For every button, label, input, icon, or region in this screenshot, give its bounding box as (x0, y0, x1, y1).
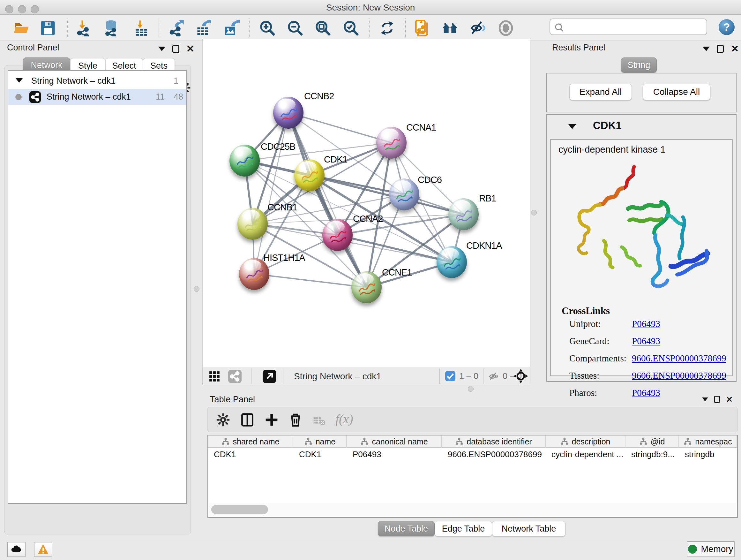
grid-view-icon[interactable] (208, 370, 220, 382)
column-header-shared-name[interactable]: shared name (208, 435, 293, 448)
network-node-cdkn1a[interactable] (436, 246, 467, 278)
network-node-ccna1[interactable] (376, 127, 407, 159)
table-cell[interactable]: CDK1 (298, 449, 345, 459)
search-icon (554, 22, 565, 33)
node-table[interactable]: shared namenamecanonical namedatabase id… (207, 435, 738, 518)
collection-expand-icon[interactable] (15, 78, 23, 83)
node-gloss (394, 180, 411, 192)
import-network-database-icon[interactable] (104, 20, 120, 37)
delete-column-icon[interactable] (288, 412, 303, 428)
network-node-ccna2[interactable] (322, 219, 353, 251)
show-graphics-details-icon[interactable] (497, 20, 514, 37)
network-icon (29, 91, 41, 103)
birds-eye-view-icon[interactable] (263, 370, 276, 383)
column-header--id[interactable]: @id (625, 435, 679, 448)
add-column-icon[interactable] (265, 413, 279, 427)
network-node-cdc6[interactable] (389, 179, 419, 210)
network-view-panel[interactable]: CCNB2 CCNA1 CDC25B CDK1 CDC6 RB1 CCNB1 C… (202, 39, 530, 385)
network-node-ccne1[interactable] (351, 271, 382, 303)
zoom-fit-icon[interactable] (315, 20, 331, 37)
warning-button[interactable] (34, 542, 52, 557)
results-panel-collapse-icon[interactable] (703, 47, 710, 51)
table-cell[interactable]: stringdb:9... (630, 449, 677, 459)
table-panel: Table Panel ✕ f(x) shared namenamecanoni… (207, 393, 738, 535)
results-panel-float-icon[interactable] (717, 45, 724, 53)
table-panel-close-icon[interactable]: ✕ (726, 396, 733, 403)
tab-string[interactable]: String (621, 57, 657, 73)
save-session-icon[interactable] (40, 20, 56, 37)
tab-edge-table[interactable]: Edge Table (434, 521, 492, 537)
crosslink-value-link[interactable]: 9606.ENSP00000378699 (632, 370, 726, 381)
delete-table-icon-disabled (313, 415, 326, 426)
table-cell[interactable]: cyclin-dependent ... (550, 449, 623, 459)
network-node-ccnb2[interactable] (273, 97, 304, 129)
hidden-items-eye-icon[interactable] (488, 371, 499, 382)
results-panel-close-icon[interactable]: ✕ (731, 45, 739, 53)
control-panel: Control Panel ✕ Network Style Select Set… (4, 39, 191, 535)
refresh-layout-icon[interactable] (379, 20, 395, 37)
horizontal-scrollbar[interactable] (209, 503, 736, 516)
table-cell[interactable]: stringdb (684, 449, 735, 459)
gene-section-collapse-icon[interactable] (568, 124, 576, 129)
table-panel-collapse-icon[interactable] (702, 397, 708, 401)
selected-nodes-checkbox-icon[interactable] (445, 371, 455, 381)
scrollbar-thumb[interactable] (211, 505, 268, 514)
crosslink-label: GeneCard: (569, 336, 632, 347)
export-table-icon[interactable] (195, 20, 212, 37)
zoom-in-icon[interactable] (259, 20, 276, 37)
network-canvas[interactable]: CCNB2 CCNA1 CDC25B CDK1 CDC6 RB1 CCNB1 C… (203, 39, 530, 366)
column-header-canonical-name[interactable]: canonical name (347, 435, 442, 448)
search-input[interactable] (549, 18, 707, 35)
column-header-namespac[interactable]: namespac (679, 435, 737, 448)
left-splitter-handle[interactable] (194, 286, 199, 292)
crosslink-value-link[interactable]: 9606.ENSP00000378699 (632, 353, 726, 363)
tab-network-table[interactable]: Network Table (492, 521, 565, 537)
control-panel-collapse-icon[interactable] (158, 47, 165, 51)
expand-all-button[interactable]: Expand All (569, 84, 632, 100)
home-networks-icon[interactable] (442, 20, 458, 37)
table-cell[interactable]: 9606.ENSP00000378699 (447, 449, 544, 459)
table-options-gear-icon[interactable] (216, 413, 230, 427)
crosslink-row: Uniprot:P06493 (569, 319, 660, 329)
open-session-icon[interactable] (13, 20, 30, 37)
memory-button[interactable]: Memory (687, 541, 735, 557)
column-header-description[interactable]: description (546, 435, 625, 448)
crosslink-value-link[interactable]: P06493 (632, 336, 660, 346)
network-view-share-icon[interactable] (228, 370, 242, 383)
table-cell[interactable]: CDK1 (212, 449, 291, 459)
node-gloss (453, 200, 471, 212)
table-panel-float-icon[interactable] (714, 396, 720, 403)
help-button[interactable]: ? (719, 19, 735, 35)
collapse-all-button[interactable]: Collapse All (643, 84, 711, 100)
crosslink-value-link[interactable]: P06493 (632, 319, 660, 329)
function-builder-disabled: f(x) (335, 412, 353, 427)
network-row[interactable]: String Network – cdk1 11 48 (8, 89, 186, 105)
zoom-out-icon[interactable] (287, 20, 304, 37)
cloud-button[interactable] (7, 542, 25, 557)
column-header-name[interactable]: name (293, 435, 347, 448)
export-network-icon[interactable] (168, 20, 185, 37)
table-cell[interactable]: P06493 (351, 449, 440, 459)
network-node-cdk1[interactable] (294, 159, 325, 191)
network-collection-row[interactable]: String Network – cdk1 1 (8, 73, 186, 89)
crosshair-icon[interactable] (513, 368, 529, 384)
show-columns-icon[interactable] (240, 413, 254, 427)
column-type-icon (455, 437, 463, 446)
right-splitter-handle[interactable] (531, 210, 537, 215)
export-image-icon[interactable] (223, 20, 240, 37)
table-header-row: shared namenamecanonical namedatabase id… (208, 435, 737, 448)
horizontal-splitter-handle[interactable] (468, 386, 474, 392)
zoom-selected-icon[interactable] (343, 20, 359, 37)
results-panel: Results Panel ✕ String Expand All Collap… (544, 39, 738, 393)
import-network-file-icon[interactable] (75, 20, 92, 37)
column-header-database-identifier[interactable]: database identifier (442, 435, 546, 448)
hide-graphics-details-icon[interactable] (469, 20, 486, 37)
control-panel-close-icon[interactable]: ✕ (186, 45, 194, 53)
network-node-ccnb1[interactable] (238, 208, 268, 240)
import-table-file-icon[interactable] (133, 20, 150, 37)
network-node-rb1[interactable] (448, 198, 479, 230)
control-panel-float-icon[interactable] (172, 45, 179, 53)
network-node-cdc25b[interactable] (229, 145, 260, 177)
clone-network-icon[interactable] (414, 20, 431, 37)
tab-node-table[interactable]: Node Table (378, 521, 434, 537)
